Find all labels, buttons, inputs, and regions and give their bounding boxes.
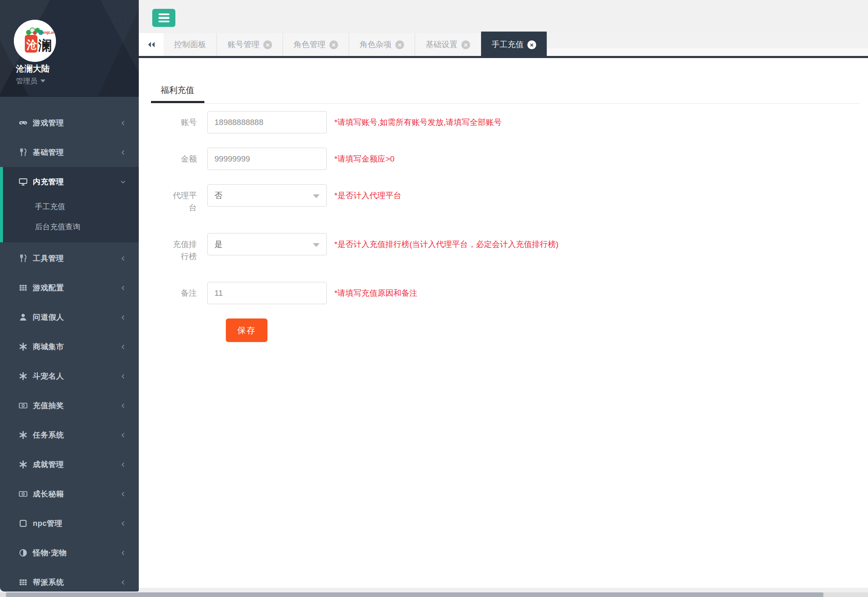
tab-close-icon[interactable]: × (329, 40, 338, 49)
sidebar-item-label: 商城集市 (33, 342, 64, 352)
chevron-left-icon (120, 344, 126, 350)
tab-label: 角色管理 (294, 39, 326, 50)
account-field-row: 账号*请填写账号,如需所有账号发放,请填写全部账号 (151, 111, 860, 133)
remark-field-label: 备注 (169, 282, 197, 304)
sidebar-item-growth-manual[interactable]: 成长秘籍 (0, 479, 139, 509)
recharge-rank-select[interactable]: 是 (207, 233, 327, 255)
sidebar-item-label: npc管理 (33, 518, 63, 528)
asterisk-icon (19, 371, 28, 381)
tabs-collapse-button[interactable] (139, 33, 164, 56)
avatar[interactable]: CangLan 沧 澜 (14, 20, 56, 62)
chevron-left-icon (120, 579, 126, 586)
adjust-icon (19, 548, 28, 557)
square-icon (19, 519, 28, 528)
sidebar-item-label: 工具管理 (33, 253, 64, 263)
amount-field[interactable] (207, 148, 327, 170)
tab-close-icon[interactable]: × (527, 40, 536, 49)
sidebar-item-pet-celebrity[interactable]: 斗宠名人 (0, 361, 139, 391)
sidebar-item-guild-system[interactable]: 帮派系统 (0, 568, 139, 597)
save-button[interactable]: 保存 (226, 318, 267, 342)
recharge-form: 账号*请填写账号,如需所有账号发放,请填写全部账号金额*请填写金额应>0代理平台… (151, 111, 860, 342)
section-tabs-row: 福利充值 (151, 83, 860, 103)
sidebar-item-label: 帮派系统 (33, 577, 64, 587)
tab-dashboard[interactable]: 控制面板 (164, 33, 217, 56)
sidebar-item-label: 斗宠名人 (33, 371, 64, 381)
sidebar-item-mall-market[interactable]: 商城集市 (0, 332, 139, 361)
chevron-left-icon (120, 550, 126, 556)
sidebar-item-achievement-mgmt[interactable]: 成就管理 (0, 450, 139, 479)
agent-platform-select-hint: *是否计入代理平台 (334, 184, 401, 214)
select-caret-icon (313, 243, 320, 247)
sidebar-item-recharge-lottery[interactable]: 充值抽奖 (0, 391, 139, 420)
sidebar-item-label: 怪物·宠物 (33, 548, 67, 558)
agent-platform-select[interactable]: 否 (207, 184, 327, 207)
asterisk-icon (19, 430, 28, 440)
account-field[interactable] (207, 111, 327, 133)
content-panel: 福利充值 账号*请填写账号,如需所有账号发放,请填写全部账号金额*请填写金额应>… (139, 58, 868, 565)
agent-platform-select-row: 代理平台否*是否计入代理平台 (151, 184, 860, 214)
sidebar-item-fake-player[interactable]: 问道假人 (0, 302, 139, 332)
gamepad-icon (19, 118, 28, 127)
recharge-rank-select-label: 充值排行榜 (169, 233, 197, 263)
sidebar-item-monster-pet[interactable]: 怪物·宠物 (0, 538, 139, 568)
tab-manual-recharge[interactable]: 手工充值× (481, 33, 547, 56)
select-caret-icon (313, 194, 320, 198)
page: CangLan 沧 澜 沧澜大陆 管理员 游戏管理基础管理内充管理手工充值后台充… (0, 0, 868, 597)
remark-field-row: 备注*请填写充值原因和备注 (151, 282, 860, 304)
tab-close-icon[interactable]: × (461, 40, 470, 49)
asterisk-icon (19, 460, 28, 469)
profile-role-dropdown[interactable]: 管理员 (16, 76, 45, 86)
chevron-left-icon (120, 314, 126, 321)
money-icon (19, 401, 28, 410)
amount-field-row: 金额*请填写金额应>0 (151, 148, 860, 170)
tab-bar: 控制面板账号管理×角色管理×角色杂项×基础设置×手工充值× (139, 33, 868, 56)
sidebar-subitem-manual-recharge[interactable]: 手工充值 (0, 196, 139, 217)
tab-welfare-recharge[interactable]: 福利充值 (151, 83, 204, 103)
agent-platform-select-control: 否 (207, 184, 327, 214)
recharge-rank-select-control: 是 (207, 233, 327, 263)
user-icon (19, 313, 28, 322)
tab-role-mgmt[interactable]: 角色管理× (283, 33, 349, 56)
chevron-left-icon (120, 403, 126, 409)
sidebar-active-group: 内充管理手工充值后台充值查询 (0, 167, 139, 242)
sidebar-item-npc-mgmt[interactable]: npc管理 (0, 509, 139, 538)
sidebar-item-label: 游戏管理 (33, 118, 64, 128)
remark-field[interactable] (207, 282, 327, 304)
money-icon (19, 489, 28, 499)
sidebar-item-game-mgmt[interactable]: 游戏管理 (0, 108, 139, 138)
sidebar-item-recharge-mgmt[interactable]: 内充管理 (0, 167, 139, 196)
chevron-left-icon (120, 255, 126, 262)
chevron-left-icon (120, 462, 126, 468)
sidebar-item-game-config[interactable]: 游戏配置 (0, 273, 139, 302)
tab-close-icon[interactable]: × (395, 40, 404, 49)
topbar (139, 0, 868, 33)
sidebar-item-tool-mgmt[interactable]: 工具管理 (0, 244, 139, 273)
sidebar-item-base-mgmt[interactable]: 基础管理 (0, 138, 139, 167)
chevron-left-icon (120, 491, 126, 497)
table-icon (19, 578, 28, 587)
chevron-left-icon (120, 285, 126, 291)
sidebar-item-task-system[interactable]: 任务系统 (0, 420, 139, 450)
sidebar-profile: CangLan 沧 澜 沧澜大陆 管理员 (0, 0, 139, 97)
sidebar-subitem-backend-recharge-query[interactable]: 后台充值查询 (0, 217, 139, 237)
recharge-rank-select-hint: *是否计入充值排行榜(当计入代理平台，必定会计入充值排行榜) (334, 233, 558, 263)
sidebar-item-label: 充值抽奖 (33, 401, 64, 411)
tab-base-settings[interactable]: 基础设置× (415, 33, 481, 56)
tab-close-icon[interactable]: × (263, 40, 272, 49)
amount-field-label: 金额 (169, 148, 197, 170)
sidebar-toggle-button[interactable] (152, 9, 175, 27)
profile-role-label: 管理员 (16, 76, 37, 86)
sidebar-item-label: 成长秘籍 (33, 489, 64, 499)
sidebar-item-label: 内充管理 (33, 177, 64, 187)
tab-account-mgmt[interactable]: 账号管理× (217, 33, 283, 56)
tab-label: 手工充值 (492, 39, 524, 50)
remark-field-control (207, 282, 327, 304)
menu-icon (159, 13, 169, 16)
recharge-rank-select-value: 是 (214, 240, 222, 249)
tab-role-misc[interactable]: 角色杂项× (349, 33, 415, 56)
account-field-label: 账号 (169, 111, 197, 133)
svg-text:澜: 澜 (38, 37, 52, 53)
agent-platform-select-label: 代理平台 (169, 184, 197, 214)
sidebar: CangLan 沧 澜 沧澜大陆 管理员 游戏管理基础管理内充管理手工充值后台充… (0, 0, 139, 592)
chevron-left-icon (120, 373, 126, 379)
